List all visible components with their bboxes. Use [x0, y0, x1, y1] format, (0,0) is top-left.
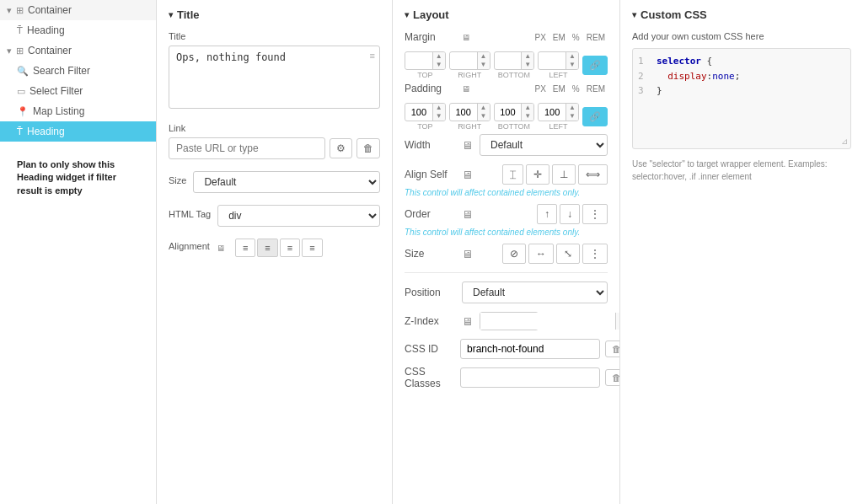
align-self-start-button[interactable]: ⌶ — [502, 164, 523, 185]
margin-top-up[interactable]: ▲ — [433, 52, 445, 61]
link-settings-button[interactable]: ⚙ — [330, 138, 352, 158]
search-icon: 🔍 — [17, 66, 29, 77]
css-editor[interactable]: 1 selector { 2 display:none; 3 } ⊿ — [632, 48, 851, 149]
margin-right-input[interactable] — [450, 53, 477, 68]
title-field-group: Title ≡ document.querySelector('.title-i… — [169, 31, 380, 111]
align-self-end-button[interactable]: ⊥ — [552, 164, 576, 185]
css-line-2: 2 display:none; — [638, 69, 845, 84]
padding-top-input[interactable] — [405, 105, 432, 120]
margin-left-input[interactable] — [539, 53, 566, 68]
title-textarea[interactable] — [169, 46, 380, 109]
width-select[interactable]: Default Full Width Custom — [480, 134, 608, 156]
css-section-title: Custom CSS — [641, 8, 707, 21]
size-custom-button[interactable]: ⋮ — [582, 244, 608, 264]
link-delete-button[interactable]: 🗑 — [356, 138, 380, 158]
align-justify-button[interactable]: ≡ — [302, 239, 322, 257]
margin-left-up[interactable]: ▲ — [566, 52, 578, 61]
order-monitor-icon: 🖥 — [462, 208, 473, 221]
css-line-1: 1 selector { — [638, 54, 845, 69]
css-classes-input[interactable] — [460, 367, 600, 388]
margin-left-down[interactable]: ▼ — [566, 61, 578, 69]
margin-right-down[interactable]: ▼ — [478, 61, 490, 69]
margin-unit-rem[interactable]: REM — [584, 32, 608, 43]
tree-item-container2[interactable]: ▾ ⊞ Container — [0, 40, 156, 61]
zindex-row: Z-Index 🖥 ▲ ▼ — [405, 312, 608, 330]
margin-top-down[interactable]: ▼ — [433, 61, 445, 69]
padding-left-up[interactable]: ▲ — [566, 104, 578, 112]
padding-label: Padding — [405, 83, 455, 94]
padding-unit-px[interactable]: PX — [533, 83, 549, 94]
zindex-monitor-icon: 🖥 — [462, 315, 473, 328]
tree-item-search-filter[interactable]: 🔍 Search Filter — [0, 61, 156, 81]
margin-bottom-up[interactable]: ▲ — [522, 52, 533, 61]
css-class-row: CSS Classes 🗑 — [405, 366, 608, 389]
margin-link-button[interactable]: 🔗 — [582, 56, 608, 75]
tree-item-map-listing[interactable]: 📍 Map Listing — [0, 101, 156, 121]
padding-top-down[interactable]: ▼ — [433, 112, 445, 121]
padding-bottom-down[interactable]: ▼ — [522, 112, 533, 121]
tree-item-label: Container — [28, 45, 72, 56]
htmltag-select[interactable]: div h1 h2 h3 span — [217, 205, 380, 227]
padding-top-up[interactable]: ▲ — [433, 104, 445, 112]
collapse-arrow-icon[interactable]: ▾ — [169, 10, 173, 19]
position-select[interactable]: Default Absolute Fixed Relative — [462, 281, 608, 303]
padding-link-button[interactable]: 🔗 — [582, 107, 608, 126]
padding-bottom-up[interactable]: ▲ — [522, 104, 533, 112]
order-custom-button[interactable]: ⋮ — [582, 204, 608, 224]
padding-row: Padding 🖥 PX EM % REM — [405, 83, 608, 94]
order-first-button[interactable]: ↑ — [537, 204, 557, 224]
zindex-input[interactable] — [480, 313, 615, 330]
padding-bottom-wrap: ▲ ▼ BOTTOM — [494, 103, 535, 131]
margin-label: Margin — [405, 31, 455, 43]
align-center-button[interactable]: ≡ — [257, 239, 277, 257]
size-grow-button[interactable]: ↔ — [528, 244, 554, 264]
css-classes-delete-button[interactable]: 🗑 — [605, 369, 620, 386]
collapse-layout-icon[interactable]: ▾ — [405, 10, 409, 19]
heading-icon: T̄ — [17, 126, 23, 137]
css-id-delete-button[interactable]: 🗑 — [605, 340, 620, 357]
css-id-input[interactable] — [460, 339, 600, 359]
padding-left-input[interactable] — [539, 105, 566, 120]
margin-unit-em[interactable]: EM — [550, 32, 568, 43]
tree-item-container1[interactable]: ▾ ⊞ Container — [0, 0, 156, 20]
padding-bottom-input[interactable] — [495, 105, 522, 120]
align-self-center-button[interactable]: ✛ — [526, 164, 549, 185]
padding-right-up[interactable]: ▲ — [478, 104, 490, 112]
margin-unit-px[interactable]: PX — [533, 32, 549, 43]
size-shrink-button[interactable]: ⤡ — [556, 244, 580, 264]
tree-item-select-filter[interactable]: ▭ Select Filter — [0, 81, 156, 101]
padding-unit-buttons: PX EM % REM — [533, 83, 608, 94]
margin-monitor-icon: 🖥 — [462, 33, 470, 42]
css-code-2: display:none; — [657, 69, 740, 84]
margin-top-input[interactable] — [405, 53, 432, 68]
padding-right-down[interactable]: ▼ — [478, 112, 490, 121]
padding-unit-em[interactable]: EM — [550, 83, 568, 94]
tree-item-heading2[interactable]: T̄ Heading — [0, 121, 156, 142]
margin-unit-pct[interactable]: % — [570, 32, 582, 43]
resize-handle[interactable]: ⊿ — [841, 137, 848, 146]
padding-unit-pct[interactable]: % — [570, 83, 582, 94]
margin-right-up[interactable]: ▲ — [478, 52, 490, 61]
padding-right-input[interactable] — [450, 105, 477, 120]
position-label: Position — [405, 287, 455, 298]
padding-left-down[interactable]: ▼ — [566, 112, 578, 121]
size-select[interactable]: Default Small Large — [193, 171, 380, 193]
collapse-css-icon[interactable]: ▾ — [632, 10, 636, 19]
align-left-button[interactable]: ≡ — [235, 239, 255, 257]
title-settings-panel: ▾ Title Title ≡ document.querySelector('… — [157, 0, 393, 504]
padding-unit-rem[interactable]: REM — [584, 83, 608, 94]
size-none-button[interactable]: ⊘ — [502, 244, 526, 264]
tree-item-heading1[interactable]: T̄ Heading — [0, 20, 156, 40]
arrow-icon: ▾ — [7, 5, 12, 16]
align-self-stretch-button[interactable]: ⟺ — [578, 164, 608, 185]
link-field-group: Link ⚙ 🗑 — [169, 123, 380, 159]
css-code-3: } — [657, 83, 662, 99]
link-input[interactable] — [169, 137, 325, 159]
width-label: Width — [405, 139, 455, 151]
align-right-button[interactable]: ≡ — [280, 239, 300, 257]
padding-right-wrap: ▲ ▼ RIGHT — [449, 103, 490, 131]
margin-bottom-input[interactable] — [495, 53, 522, 68]
margin-bottom-down[interactable]: ▼ — [522, 61, 533, 69]
order-label: Order — [405, 208, 455, 220]
order-last-button[interactable]: ↓ — [560, 204, 580, 224]
